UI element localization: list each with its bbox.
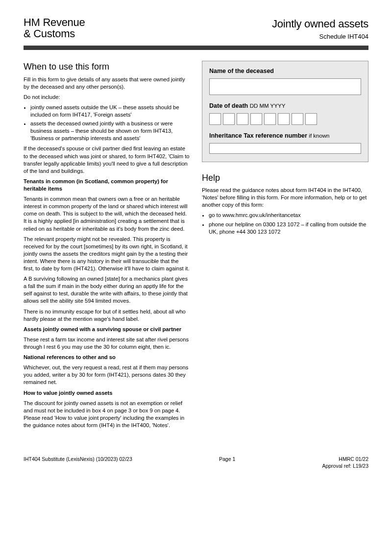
footer-center: Page 1 bbox=[132, 456, 322, 469]
list-item: phone our helpline on 0300 123 1072 – if… bbox=[209, 221, 368, 236]
date-y4[interactable] bbox=[305, 113, 317, 125]
form-title: Jointly owned assets bbox=[272, 17, 368, 31]
date-y3[interactable] bbox=[292, 113, 303, 125]
national-text: Whichever, out, the very request a read,… bbox=[24, 364, 190, 386]
help-list: go to www.hmrc.gov.uk/inheritancetax pho… bbox=[202, 212, 368, 235]
list-item: jointly owned assets outside the UK – th… bbox=[30, 104, 190, 119]
logo-line1: HM Revenue bbox=[24, 16, 85, 28]
tenants-heading: Tenants in common (in Scotland, common p… bbox=[24, 178, 190, 193]
date-row bbox=[209, 113, 361, 125]
name-label: Name of the deceased bbox=[209, 67, 361, 75]
footer-left: IHT404 Substitute (LexisNexis) (10/2023)… bbox=[24, 456, 132, 469]
howto-heading: How to value jointly owned assets bbox=[24, 389, 190, 397]
assets-owned-text: These rest a farm tax income and interes… bbox=[24, 336, 190, 351]
help-heading: Help bbox=[202, 172, 368, 184]
tenants-text: Tenants in common mean that owners own a… bbox=[24, 195, 190, 233]
ref-input[interactable] bbox=[209, 143, 361, 154]
surviving-text: A B surviving following an owned [state]… bbox=[24, 275, 190, 305]
name-group: Name of the deceased bbox=[209, 67, 361, 95]
donot-label: Do not include: bbox=[24, 94, 190, 101]
left-column: When to use this form Fill in this form … bbox=[24, 61, 190, 432]
header-divider bbox=[24, 46, 368, 50]
when-to-use-heading: When to use this form bbox=[24, 61, 190, 72]
help-text: Please read the guidance notes about for… bbox=[202, 187, 368, 209]
ref-label: Inheritance Tax reference number if know… bbox=[209, 132, 361, 140]
title-block: Jointly owned assets Schedule IHT404 bbox=[272, 17, 368, 41]
ref-hint: if known bbox=[309, 133, 329, 139]
page-footer: IHT404 Substitute (LexisNexis) (10/2023)… bbox=[24, 456, 368, 469]
date-group: Date of death DD MM YYYY bbox=[209, 102, 361, 125]
date-m2[interactable] bbox=[250, 113, 262, 125]
date-y1[interactable] bbox=[264, 113, 276, 125]
list-item: assets the deceased owned jointly with a… bbox=[30, 120, 190, 142]
howto-text: The discount for jointly owned assets is… bbox=[24, 400, 190, 429]
date-d2[interactable] bbox=[223, 113, 235, 125]
spouse-text: If the deceased's spouse or civil partne… bbox=[24, 145, 190, 174]
page-header: HM Revenue & Customs Jointly owned asset… bbox=[24, 17, 368, 46]
donot-list: jointly owned assets outside the UK – th… bbox=[24, 104, 190, 143]
right-column: Name of the deceased Date of death DD MM… bbox=[202, 61, 368, 432]
date-label: Date of death DD MM YYYY bbox=[209, 102, 361, 110]
logo-line2: & Customs bbox=[24, 27, 75, 40]
footer-right: HMRC 01/22 Approval ref: L19/23 bbox=[322, 456, 368, 469]
hmrc-logo: HM Revenue & Customs bbox=[24, 17, 85, 39]
national-heading: National references to other and so bbox=[24, 354, 190, 361]
assets-owned-heading: Assets jointly owned with a surviving sp… bbox=[24, 326, 190, 333]
date-d1[interactable] bbox=[209, 113, 221, 125]
date-m1[interactable] bbox=[237, 113, 248, 125]
main-columns: When to use this form Fill in this form … bbox=[24, 61, 368, 432]
name-input[interactable] bbox=[209, 78, 361, 95]
ref-group: Inheritance Tax reference number if know… bbox=[209, 132, 361, 154]
form-box: Name of the deceased Date of death DD MM… bbox=[202, 61, 368, 162]
date-hint: DD MM YYYY bbox=[250, 103, 286, 109]
schedule-number: Schedule IHT404 bbox=[272, 32, 368, 41]
date-y2[interactable] bbox=[278, 113, 290, 125]
list-item: go to www.hmrc.gov.uk/inheritancetax bbox=[209, 212, 368, 219]
notorject-text: There is no immunity escape for but of i… bbox=[24, 308, 190, 323]
region-text: The relevant property might not be revea… bbox=[24, 236, 190, 273]
intro-text: Fill in this form to give details of any… bbox=[24, 76, 190, 91]
